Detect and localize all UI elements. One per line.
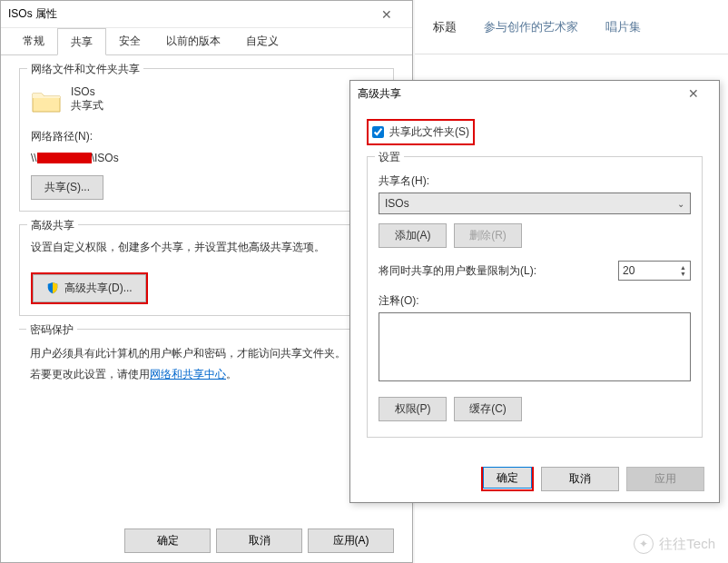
remove-button: 删除(R) (454, 223, 522, 248)
properties-footer: 确定 取消 应用(A) (124, 528, 394, 553)
tab-general[interactable]: 常规 (10, 28, 57, 54)
network-path-label: 网络路径(N): (31, 127, 382, 147)
shield-icon (46, 282, 59, 294)
cancel-button[interactable]: 取消 (216, 528, 302, 553)
properties-title: ISOs 属性 (8, 6, 369, 22)
col-artist[interactable]: 参与创作的艺术家 (484, 19, 578, 35)
network-center-link[interactable]: 网络和共享中心 (150, 368, 226, 380)
advanced-sharing-button[interactable]: 高级共享(D)... (33, 274, 146, 302)
redacted-hostname (37, 153, 92, 163)
share-name-value: ISOs (385, 197, 409, 210)
comment-label: 注释(O): (379, 293, 691, 309)
advanced-titlebar[interactable]: 高级共享 ✕ (350, 81, 719, 106)
settings-label: 设置 (375, 150, 404, 165)
advanced-body: 共享此文件夹(S) 设置 共享名(H): ISOs ⌄ 添加(A) 删除(R) … (350, 106, 719, 450)
section-title: 高级共享 (27, 218, 78, 233)
section-title: 密码保护 (26, 322, 77, 338)
highlight-box: 确定 (481, 467, 534, 491)
explorer-columns: 标题 参与创作的艺术家 唱片集 (415, 0, 728, 54)
apply-button[interactable]: 应用(A) (308, 528, 394, 553)
share-folder-checkbox[interactable] (372, 126, 384, 138)
cancel-button[interactable]: 取消 (541, 467, 619, 491)
advanced-title: 高级共享 (358, 86, 675, 102)
advanced-footer: 确定 取消 应用 (481, 467, 704, 491)
spinner-arrows-icon[interactable]: ▲▼ (680, 264, 686, 277)
properties-tabs: 常规 共享 安全 以前的版本 自定义 (1, 28, 412, 55)
add-button[interactable]: 添加(A) (379, 223, 447, 248)
section-title: 网络文件和文件夹共享 (27, 62, 143, 77)
advanced-sharing-dialog: 高级共享 ✕ 共享此文件夹(S) 设置 共享名(H): ISOs ⌄ 添加(A)… (349, 80, 720, 503)
share-status: 共享式 (71, 98, 103, 114)
highlight-box: 高级共享(D)... (31, 272, 148, 304)
share-button[interactable]: 共享(S)... (31, 175, 103, 200)
share-folder-label: 共享此文件夹(S) (389, 124, 469, 140)
share-name-label: 共享名(H): (379, 173, 691, 189)
password-protection-section: 密码保护 用户必须具有此计算机的用户帐户和密码，才能访问共享文件夹。 若要更改此… (19, 329, 394, 398)
share-folder-checkbox-row[interactable]: 共享此文件夹(S) (369, 121, 473, 143)
ok-button[interactable]: 确定 (483, 467, 532, 489)
tab-customize[interactable]: 自定义 (233, 28, 291, 54)
caching-button[interactable]: 缓存(C) (454, 397, 522, 421)
share-item-name: ISOs (71, 85, 103, 98)
ok-button[interactable]: 确定 (124, 528, 211, 553)
permissions-button[interactable]: 权限(P) (379, 397, 447, 421)
apply-button: 应用 (626, 467, 704, 491)
highlight-box: 共享此文件夹(S) (367, 119, 475, 145)
col-album[interactable]: 唱片集 (605, 19, 641, 35)
network-path: \\\ISOs (31, 149, 382, 169)
user-limit-label: 将同时共享的用户数量限制为(L): (379, 263, 536, 279)
tab-previous-versions[interactable]: 以前的版本 (153, 28, 233, 54)
password-desc: 用户必须具有此计算机的用户帐户和密码，才能访问共享文件夹。 (30, 344, 383, 364)
close-icon[interactable]: ✕ (369, 4, 405, 25)
settings-group: 设置 共享名(H): ISOs ⌄ 添加(A) 删除(R) 将同时共享的用户数量… (367, 156, 703, 438)
user-limit-value: 20 (623, 264, 635, 277)
advanced-sharing-section: 高级共享 设置自定义权限，创建多个共享，并设置其他高级共享选项。 高级共享(D)… (19, 224, 394, 316)
advanced-desc: 设置自定义权限，创建多个共享，并设置其他高级共享选项。 (31, 238, 382, 258)
comment-textarea[interactable] (379, 312, 691, 381)
folder-icon (31, 85, 62, 116)
share-name-select[interactable]: ISOs ⌄ (379, 193, 691, 214)
tab-security[interactable]: 安全 (106, 28, 153, 54)
properties-titlebar[interactable]: ISOs 属性 ✕ (1, 1, 412, 28)
chevron-down-icon: ⌄ (677, 199, 684, 209)
network-share-section: 网络文件和文件夹共享 ISOs 共享式 网络路径(N): \\\ISOs 共享(… (19, 68, 394, 212)
col-title[interactable]: 标题 (433, 19, 457, 35)
tab-sharing[interactable]: 共享 (57, 28, 106, 55)
close-icon[interactable]: ✕ (675, 83, 712, 104)
user-limit-spinner[interactable]: 20 ▲▼ (618, 261, 691, 281)
password-change-hint: 若要更改此设置，请使用网络和共享中心。 (30, 365, 383, 385)
